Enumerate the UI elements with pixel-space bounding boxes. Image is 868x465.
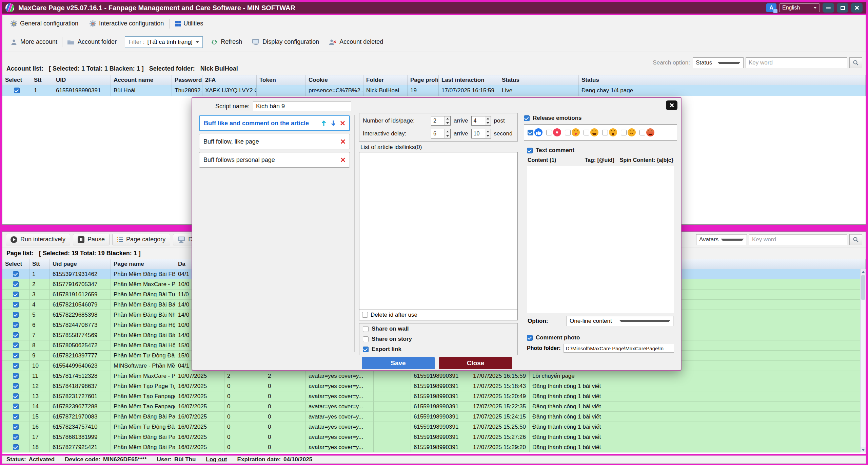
row-checkbox[interactable] (13, 332, 19, 338)
share-wall-option[interactable]: Share on wall (363, 326, 514, 332)
row-checkbox[interactable] (13, 302, 19, 308)
row-checkbox[interactable] (13, 424, 19, 430)
share-wall-checkbox[interactable] (363, 326, 369, 332)
pause-button[interactable]: Pause (73, 234, 110, 245)
close-button[interactable] (851, 3, 863, 13)
release-emotions-checkbox[interactable] (524, 115, 530, 121)
row-checkbox[interactable] (13, 363, 19, 369)
scroll-up-button[interactable] (861, 269, 866, 275)
page-search-button[interactable] (849, 234, 862, 245)
row-checkbox[interactable] (13, 312, 19, 318)
column-header[interactable]: Select (2, 75, 31, 85)
emotion-option[interactable] (528, 128, 542, 136)
release-emotions-option[interactable]: Release emotions (524, 115, 582, 122)
refresh-button[interactable]: Refresh (206, 35, 247, 49)
move-up-icon[interactable] (321, 120, 327, 127)
column-header[interactable]: Stt (31, 75, 53, 85)
delay-to-stepper[interactable]: 10 (471, 129, 491, 138)
comment-photo-checkbox[interactable] (527, 335, 533, 341)
emotion-option[interactable] (565, 128, 580, 136)
page-row[interactable]: 11 61578174512328 Phần Mềm MaxCare - Ph.… (2, 371, 860, 381)
account-deleted-button[interactable]: Account deleted (324, 35, 388, 49)
save-button[interactable]: Save (362, 357, 435, 369)
translate-icon[interactable]: A (766, 3, 776, 12)
row-checkbox[interactable] (14, 88, 20, 93)
page-row[interactable]: 18 61578277925421 Phần Mềm Đăng Bài Pag.… (2, 442, 860, 452)
logout-link[interactable]: Log out (206, 456, 227, 463)
row-checkbox[interactable] (13, 434, 19, 440)
page-row[interactable]: 16 61578234757410 Phần Mềm Tự Động Đăn..… (2, 422, 860, 432)
row-checkbox[interactable] (13, 342, 19, 348)
move-down-icon[interactable] (330, 120, 336, 127)
emotion-option[interactable] (602, 128, 617, 136)
page-row[interactable]: 14 61578239677288 Phần Mềm Tạo Fanpage .… (2, 402, 860, 412)
delay-from-stepper[interactable]: 6 (431, 129, 451, 138)
column-header[interactable]: Account name (111, 75, 172, 85)
share-story-option[interactable]: Share on story (363, 336, 514, 342)
script-item[interactable]: Buff follows personal page (199, 152, 350, 168)
row-checkbox[interactable] (13, 353, 19, 358)
column-header[interactable]: Folder (363, 75, 408, 85)
display-configuration-button[interactable]: Display configuration (247, 35, 324, 49)
account-folder-button[interactable]: Account folder (62, 35, 121, 49)
emotion-option[interactable] (639, 128, 654, 136)
script-item[interactable]: Buff follow, like page (199, 134, 350, 149)
language-select[interactable]: English (779, 3, 820, 12)
column-header[interactable]: Token (257, 75, 306, 85)
run-interactively-button[interactable]: Run interactively (6, 234, 70, 245)
emotion-checkbox[interactable] (546, 130, 552, 135)
row-checkbox[interactable] (13, 444, 19, 450)
more-account-button[interactable]: More account (6, 35, 62, 49)
search-option-select[interactable]: Status (693, 57, 744, 68)
page-list-scrollbar[interactable] (860, 269, 866, 452)
emotion-option[interactable] (584, 128, 598, 136)
dialog-close-button[interactable] (666, 100, 677, 110)
menu-general-configuration[interactable]: General configuration (5, 15, 84, 32)
export-link-option[interactable]: Export link (363, 346, 514, 353)
column-header[interactable]: Last interaction (439, 75, 499, 85)
comment-content-textarea[interactable] (527, 166, 674, 313)
share-story-checkbox[interactable] (363, 336, 369, 342)
account-search-button[interactable] (849, 57, 862, 68)
page-row[interactable]: 17 61578681381999 Phần Mềm Đăng Bài Pag.… (2, 432, 860, 442)
text-comment-option[interactable]: Text comment (527, 147, 574, 154)
row-checkbox[interactable] (13, 281, 19, 287)
page-category-button[interactable]: Page category (112, 234, 170, 245)
comment-photo-option[interactable]: Comment photo (527, 334, 580, 341)
emotion-checkbox[interactable] (565, 130, 571, 135)
photo-folder-input[interactable] (564, 344, 674, 353)
minimize-button[interactable] (823, 3, 834, 13)
remove-script-icon[interactable] (340, 157, 346, 163)
column-header[interactable]: Select (2, 259, 29, 269)
column-header[interactable]: Stt (29, 259, 50, 269)
script-item-selected[interactable]: Buff like and comment on the article (199, 115, 350, 131)
column-header[interactable]: Page name (111, 259, 175, 269)
page-row[interactable]: 13 61578231727601 Phần Mềm Tạo Fanpage .… (2, 391, 860, 402)
row-checkbox[interactable] (13, 292, 19, 297)
row-checkbox[interactable] (13, 322, 19, 328)
row-checkbox[interactable] (13, 414, 19, 420)
scroll-down-button[interactable] (861, 447, 866, 452)
remove-script-icon[interactable] (340, 139, 346, 144)
row-checkbox[interactable] (13, 404, 19, 409)
ids-to-stepper[interactable]: 4 (471, 116, 491, 126)
dialog-close-action-button[interactable]: Close (439, 357, 512, 369)
script-name-input[interactable] (253, 101, 351, 111)
emotion-checkbox[interactable] (584, 130, 589, 135)
scrollbar-thumb[interactable] (861, 275, 865, 300)
column-header[interactable]: Status (499, 75, 579, 85)
row-checkbox[interactable] (13, 373, 19, 379)
maximize-button[interactable] (837, 3, 848, 13)
article-ids-textarea[interactable]: Delete id after use (359, 152, 518, 320)
column-header[interactable]: Page profile (408, 75, 439, 85)
emotion-checkbox[interactable] (639, 130, 645, 135)
page-keyword-input[interactable] (749, 234, 847, 245)
remove-script-icon[interactable] (340, 120, 345, 126)
column-header[interactable]: UID (53, 75, 111, 85)
export-link-checkbox[interactable] (363, 347, 369, 352)
page-row[interactable]: 12 61578418798637 Phần Mềm Tạo Page Tự .… (2, 381, 860, 391)
page-search-option-select[interactable]: Avatars and Cov (696, 234, 747, 245)
account-keyword-input[interactable] (746, 57, 847, 68)
content-option-select[interactable]: One-line content (567, 316, 673, 326)
ids-from-stepper[interactable]: 2 (431, 116, 451, 126)
